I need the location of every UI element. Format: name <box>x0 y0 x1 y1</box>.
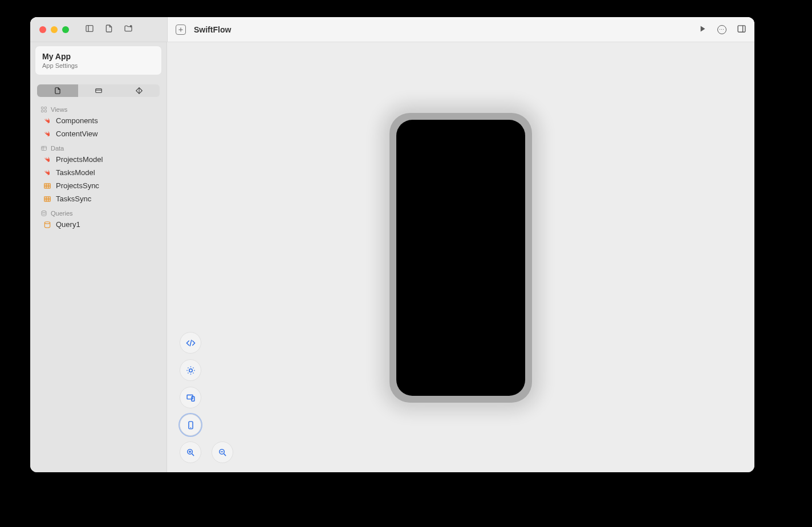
sidebar-item-label: ContentView <box>56 129 98 138</box>
toggle-right-panel-icon[interactable] <box>737 24 746 35</box>
svg-line-32 <box>188 367 188 368</box>
code-view-button[interactable] <box>180 332 201 354</box>
svg-rect-11 <box>42 110 44 112</box>
zoom-out-button[interactable] <box>212 441 233 463</box>
app-subtitle: App Settings <box>42 62 155 69</box>
segment-appearance[interactable] <box>119 84 160 97</box>
svg-line-47 <box>224 453 226 456</box>
table-icon <box>43 182 51 190</box>
play-button[interactable] <box>697 24 707 35</box>
views-header-icon <box>40 106 47 113</box>
svg-rect-10 <box>44 107 47 110</box>
section-queries-label: Queries <box>51 210 73 217</box>
svg-line-43 <box>192 453 194 456</box>
query-icon <box>43 221 51 229</box>
app-name: My App <box>42 52 155 61</box>
swift-icon <box>43 130 51 137</box>
sidebar-item-label: Query1 <box>56 220 80 229</box>
data-header-icon <box>40 145 47 152</box>
sidebar-segmented-control <box>37 84 160 97</box>
project-title: SwiftFlow <box>194 25 231 34</box>
app-window: SwiftFlow ⋯ My App App Settings <box>30 17 754 472</box>
canvas-tools <box>180 332 233 463</box>
svg-rect-7 <box>95 89 102 93</box>
section-header-views: Views <box>30 102 167 114</box>
section-header-data: Data <box>30 140 167 153</box>
section-data-label: Data <box>51 145 64 152</box>
maximize-window-button[interactable] <box>62 26 69 33</box>
section-views-label: Views <box>51 106 67 113</box>
titlebar: SwiftFlow ⋯ <box>30 17 754 42</box>
svg-rect-12 <box>44 110 47 112</box>
close-window-button[interactable] <box>39 26 46 33</box>
sidebar-item-label: ProjectsModel <box>56 155 103 164</box>
svg-rect-5 <box>738 26 745 32</box>
toggle-sidebar-icon[interactable] <box>85 24 94 35</box>
svg-line-33 <box>193 372 193 373</box>
svg-point-27 <box>44 221 50 224</box>
svg-line-36 <box>188 372 188 373</box>
sidebar-item-components[interactable]: Components <box>30 114 167 127</box>
svg-line-37 <box>193 367 193 368</box>
segment-files[interactable] <box>37 84 78 97</box>
file-icon[interactable] <box>104 24 113 35</box>
canvas <box>167 17 754 472</box>
device-screen <box>396 120 525 396</box>
swift-icon <box>43 169 51 176</box>
traffic-lights <box>30 26 69 33</box>
sidebar: My App App Settings Views Components <box>30 17 167 472</box>
sidebar-item-contentview[interactable]: ContentView <box>30 127 167 140</box>
svg-rect-21 <box>44 196 50 201</box>
swift-icon <box>43 117 51 124</box>
device-preview[interactable] <box>389 113 532 403</box>
sidebar-item-projectssync[interactable]: ProjectsSync <box>30 179 167 192</box>
more-button[interactable]: ⋯ <box>717 25 726 34</box>
phone-device-button[interactable] <box>180 414 201 436</box>
svg-rect-16 <box>44 183 50 188</box>
app-settings-card[interactable]: My App App Settings <box>35 46 162 75</box>
table-icon <box>43 195 51 203</box>
svg-line-28 <box>190 339 192 346</box>
device-type-button[interactable] <box>180 387 201 408</box>
section-header-queries: Queries <box>30 205 167 218</box>
minimize-window-button[interactable] <box>51 26 58 33</box>
sidebar-item-label: Components <box>56 116 98 125</box>
svg-point-26 <box>42 211 46 213</box>
queries-header-icon <box>40 210 47 217</box>
titlebar-right: ⋯ <box>697 17 746 42</box>
folder-badge-icon[interactable] <box>124 24 133 35</box>
swift-icon <box>43 156 51 163</box>
zoom-in-button[interactable] <box>180 441 201 463</box>
sidebar-item-projectsmodel[interactable]: ProjectsModel <box>30 153 167 166</box>
sidebar-item-query1[interactable]: Query1 <box>30 218 167 231</box>
svg-point-29 <box>189 368 192 372</box>
svg-point-2 <box>130 25 132 27</box>
svg-rect-9 <box>42 107 44 110</box>
zoom-controls <box>180 441 233 463</box>
sidebar-item-label: TasksModel <box>56 168 95 177</box>
ellipsis-icon: ⋯ <box>719 27 725 33</box>
titlebar-main: SwiftFlow <box>167 17 754 42</box>
titlebar-sidebar-icons <box>85 24 133 35</box>
sidebar-item-taskssync[interactable]: TasksSync <box>30 192 167 205</box>
sidebar-item-label: TasksSync <box>56 194 91 203</box>
add-button[interactable] <box>176 25 186 35</box>
svg-rect-13 <box>42 147 47 151</box>
titlebar-left <box>30 17 167 42</box>
sidebar-item-tasksmodel[interactable]: TasksModel <box>30 166 167 179</box>
sidebar-item-label: ProjectsSync <box>56 181 99 190</box>
segment-resources[interactable] <box>78 84 119 97</box>
appearance-mode-button[interactable] <box>180 359 201 381</box>
svg-rect-0 <box>86 26 93 32</box>
